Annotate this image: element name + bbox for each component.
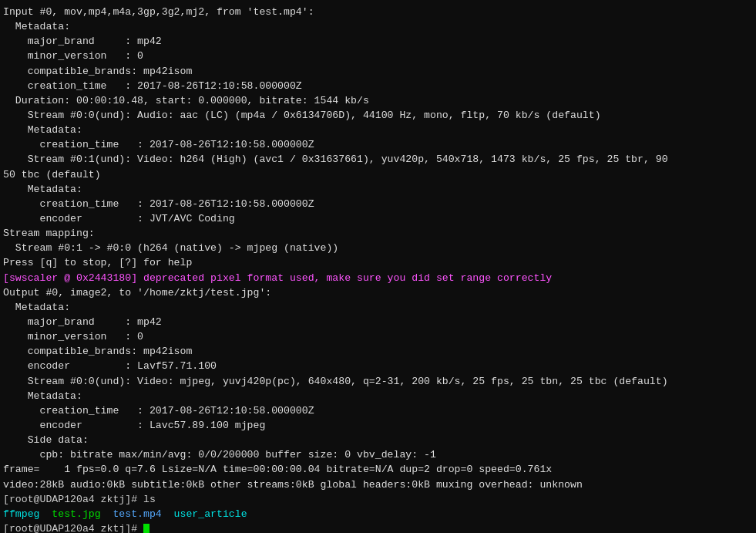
output-line-10: creation_time : 2017-08-26T12:10:58.0000… — [3, 137, 753, 152]
output-line-32: frame= 1 fps=0.0 q=7.6 Lsize=N/A time=00… — [3, 462, 753, 477]
output-line-14: creation_time : 2017-08-26T12:10:58.0000… — [3, 197, 753, 211]
terminal: Input #0, mov,mp4,m4a,3gp,3g2,mj2, from … — [3, 5, 753, 533]
output-line-6: creation_time : 2017-08-26T12:10:58.0000… — [3, 79, 753, 93]
output-line-20: Output #0, image2, to '/home/zktj/test.j… — [3, 285, 753, 300]
ls-item-testmp4: test.mp4 — [113, 508, 161, 520]
output-line-15: encoder : JVT/AVC Coding — [3, 211, 753, 226]
output-line-8: Stream #0:0(und): Audio: aac (LC) (mp4a … — [3, 108, 753, 123]
ls-output: ffmpeg test.jpg test.mp4 user_article — [3, 507, 753, 521]
output-line-5: compatible_brands: mp42isom — [3, 64, 753, 79]
output-line-30: Side data: — [3, 433, 753, 447]
output-line-3: major_brand : mp42 — [3, 34, 753, 49]
output-line-11: Stream #0:1(und): Video: h264 (High) (av… — [3, 152, 753, 167]
output-line-23: minor_version : 0 — [3, 329, 753, 344]
output-line-12: 50 tbc (default) — [3, 167, 753, 182]
cursor — [143, 524, 150, 533]
output-line-33: video:28kB audio:0kB subtitle:0kB other … — [3, 477, 753, 492]
output-line-warn: [swscaler @ 0x2443180] deprecated pixel … — [3, 271, 753, 285]
ls-item-userarticle: user_article — [174, 508, 247, 520]
output-line-2: Metadata: — [3, 19, 753, 34]
output-line-18: Press [q] to stop, [?] for help — [3, 255, 753, 270]
output-line-9: Metadata: — [3, 123, 753, 137]
prompt-final: [root@UDAP120a4 zktj]# — [3, 521, 753, 533]
output-line-29: encoder : Lavc57.89.100 mjpeg — [3, 418, 753, 433]
output-line-24: compatible_brands: mp42isom — [3, 344, 753, 359]
output-line-27: Metadata: — [3, 389, 753, 403]
output-line-21: Metadata: — [3, 300, 753, 315]
output-line-7: Duration: 00:00:10.48, start: 0.000000, … — [3, 93, 753, 108]
output-line-31: cpb: bitrate max/min/avg: 0/0/200000 buf… — [3, 447, 753, 462]
output-line-25: encoder : Lavf57.71.100 — [3, 359, 753, 373]
output-line-13: Metadata: — [3, 182, 753, 197]
output-line-4: minor_version : 0 — [3, 49, 753, 63]
prompt-ls: [root@UDAP120a4 zktj]# ls — [3, 492, 753, 507]
output-line-22: major_brand : mp42 — [3, 315, 753, 329]
output-line-26: Stream #0:0(und): Video: mjpeg, yuvj420p… — [3, 374, 753, 389]
output-line-16: Stream mapping: — [3, 226, 753, 241]
ls-item-testjpg: test.jpg — [52, 508, 100, 520]
output-line-1: Input #0, mov,mp4,m4a,3gp,3g2,mj2, from … — [3, 5, 753, 19]
output-line-28: creation_time : 2017-08-26T12:10:58.0000… — [3, 403, 753, 418]
output-line-17: Stream #0:1 -> #0:0 (h264 (native) -> mj… — [3, 241, 753, 255]
ls-item-ffmpeg: ffmpeg — [3, 508, 39, 520]
